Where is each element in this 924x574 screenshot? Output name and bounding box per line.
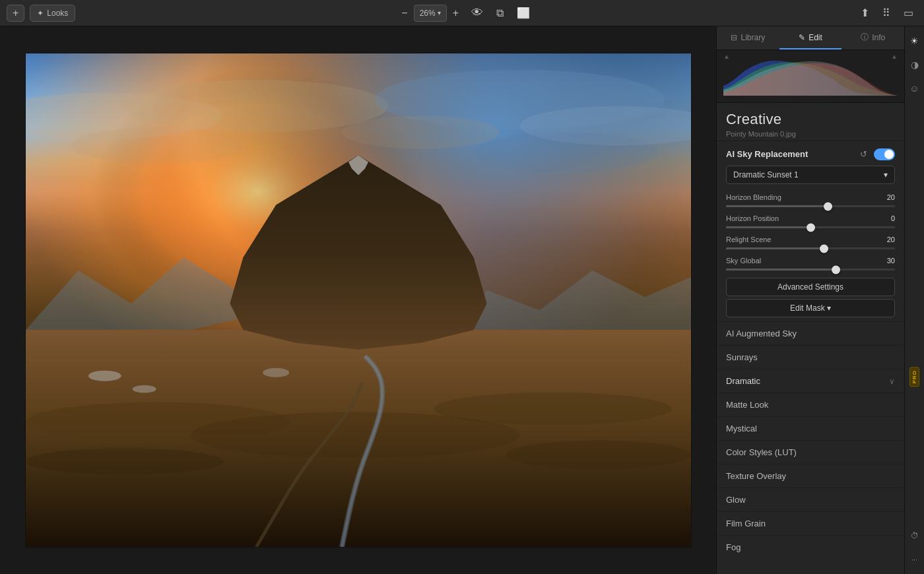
info-icon: ⓘ	[861, 32, 869, 43]
histogram-area: ▲ ▲	[717, 50, 904, 103]
svg-point-18	[506, 440, 690, 469]
creative-title: Creative	[726, 111, 895, 128]
main-area: ⊟ Library ✎ Edit ⓘ Info ▲ ▲	[0, 26, 924, 574]
zoom-in-button[interactable]: +	[449, 6, 462, 20]
svg-point-19	[88, 371, 121, 381]
side-icons-strip: ☀ ◑ ☺ PRO ⏱ ···	[904, 26, 924, 574]
right-panel-wrapper: ⊟ Library ✎ Edit ⓘ Info ▲ ▲	[716, 26, 924, 574]
panel-tabs: ⊟ Library ✎ Edit ⓘ Info	[717, 26, 904, 50]
menu-item-ai-augmented-sky[interactable]: AI Augmented Sky	[717, 321, 904, 345]
tab-edit[interactable]: ✎ Edit	[779, 26, 842, 49]
sky-preset-dropdown[interactable]: Dramatic Sunset 1 ▾	[726, 166, 895, 184]
share-button[interactable]: ⬆	[857, 4, 873, 22]
photo-container	[25, 53, 692, 548]
ai-sky-toggle[interactable]	[874, 148, 895, 160]
ai-sky-section-header: AI Sky Replacement ↺	[717, 141, 904, 166]
slider-row-1: Horizon Position0	[717, 212, 904, 233]
creative-header: Creative Pointy Mountain 0.jpg	[717, 103, 904, 141]
svg-point-21	[263, 368, 289, 377]
edit-icon: ✎	[799, 33, 805, 42]
slider-value-3: 30	[887, 257, 895, 265]
svg-point-20	[132, 385, 156, 393]
svg-marker-10	[453, 271, 690, 356]
chevron-down-icon: ∨	[889, 377, 895, 386]
cloud-layer	[26, 53, 691, 276]
slider-label-0: Horizon Blending	[726, 193, 781, 201]
svg-point-14	[26, 402, 289, 442]
pro-badge: PRO	[909, 367, 919, 387]
slider-label-3: Sky Global	[726, 257, 761, 265]
zoom-out-button[interactable]: −	[398, 6, 411, 20]
creative-filename: Pointy Mountain 0.jpg	[726, 130, 895, 138]
menu-item-sunrays[interactable]: Sunrays	[717, 345, 904, 369]
slider-track-3[interactable]	[726, 269, 895, 271]
section-controls: ↺	[859, 148, 895, 160]
panel-content: Creative Pointy Mountain 0.jpg AI Sky Re…	[717, 103, 904, 574]
grid-button[interactable]: ⠿	[878, 4, 894, 22]
canvas-area	[0, 26, 716, 574]
looks-button[interactable]: ✦ Looks	[30, 5, 75, 22]
menu-item-dramatic[interactable]: Dramatic∨	[717, 369, 904, 393]
slider-row-2: Relight Scene20	[717, 233, 904, 254]
menu-item-fog[interactable]: Fog	[717, 535, 904, 559]
crop-button[interactable]: ⬜	[513, 4, 534, 22]
compare-button[interactable]: ⧉	[492, 5, 508, 22]
slider-row-3: Sky Global30	[717, 254, 904, 275]
menu-item-film-grain[interactable]: Film Grain	[717, 511, 904, 535]
ai-sky-title: AI Sky Replacement	[726, 149, 808, 159]
looks-icon: ✦	[37, 9, 44, 18]
photo-background	[26, 53, 691, 547]
menu-item-matte-look[interactable]: Matte Look	[717, 393, 904, 416]
face-icon-btn[interactable]: ☺	[906, 79, 924, 98]
sun-icon-btn[interactable]: ☀	[906, 32, 924, 50]
svg-point-16	[190, 412, 519, 459]
slider-track-0[interactable]	[726, 205, 895, 207]
slider-thumb-1[interactable]	[807, 223, 815, 232]
eye-button[interactable]: 👁	[467, 3, 487, 22]
tab-library[interactable]: ⊟ Library	[717, 26, 779, 49]
slider-thumb-3[interactable]	[832, 265, 840, 274]
slider-value-0: 20	[887, 193, 895, 201]
slider-thumb-0[interactable]	[824, 202, 832, 210]
fullscreen-button[interactable]: ▭	[900, 4, 917, 22]
library-icon: ⊟	[731, 33, 737, 42]
svg-rect-11	[26, 330, 691, 547]
advanced-settings-button[interactable]: Advanced Settings	[726, 278, 895, 296]
menu-section: AI Augmented SkySunraysDramatic∨Matte Lo…	[717, 321, 904, 559]
sliders-container: Horizon Blending20Horizon Position0Relig…	[717, 191, 904, 275]
tab-info[interactable]: ⓘ Info	[842, 26, 904, 49]
add-button[interactable]: +	[7, 5, 24, 22]
edit-mask-button[interactable]: Edit Mask ▾	[726, 299, 895, 317]
zoom-display[interactable]: 26% ▾	[414, 5, 447, 22]
slider-label-2: Relight Scene	[726, 236, 772, 243]
color-wheel-icon-btn[interactable]: ◑	[906, 55, 924, 74]
slider-value-1: 0	[891, 214, 895, 222]
histogram-canvas	[723, 56, 898, 99]
right-panel: ⊟ Library ✎ Edit ⓘ Info ▲ ▲	[716, 26, 904, 574]
slider-label-1: Horizon Position	[726, 214, 779, 222]
slider-track-1[interactable]	[726, 226, 895, 228]
histogram-svg	[723, 56, 898, 96]
slider-value-2: 20	[887, 236, 895, 243]
slider-track-2[interactable]	[726, 247, 895, 249]
more-icon-btn[interactable]: ···	[906, 550, 924, 569]
menu-item-mystical[interactable]: Mystical	[717, 416, 904, 440]
history-icon-btn[interactable]: ⏱	[906, 526, 924, 545]
slider-thumb-2[interactable]	[820, 244, 828, 253]
slider-row-0: Horizon Blending20	[717, 191, 904, 212]
reset-button[interactable]: ↺	[859, 148, 869, 160]
main-toolbar: + ✦ Looks − 26% ▾ + 👁 ⧉ ⬜ ⬆ ⠿ ▭	[0, 0, 924, 26]
menu-item-texture-overlay[interactable]: Texture Overlay	[717, 464, 904, 488]
menu-item-color-styles-(lut)[interactable]: Color Styles (LUT)	[717, 440, 904, 464]
svg-point-17	[26, 448, 223, 474]
menu-item-glow[interactable]: Glow	[717, 488, 904, 511]
svg-point-15	[434, 393, 671, 426]
zoom-control: − 26% ▾ +	[398, 5, 462, 22]
